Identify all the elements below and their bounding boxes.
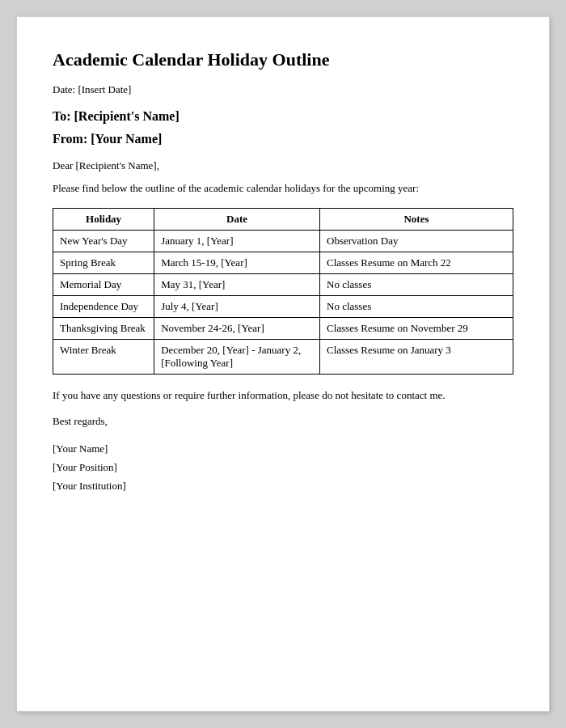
header-date: Date [154,209,320,231]
cell-holiday: Memorial Day [53,274,154,296]
cell-notes: No classes [320,274,513,296]
cell-date: November 24-26, [Year] [154,318,320,340]
cell-date: January 1, [Year] [154,231,320,252]
date-field: Date: [Insert Date] [53,83,513,96]
cell-notes: Classes Resume on November 29 [320,318,513,340]
table-header-row: Holiday Date Notes [53,209,513,231]
cell-holiday: Thanksgiving Break [53,318,154,340]
dear-line: Dear [Recipient's Name], [53,159,513,172]
cell-date: December 20, [Year] - January 2, [Follow… [154,340,320,375]
table-row: Memorial DayMay 31, [Year]No classes [53,274,513,296]
regards-text: Best regards, [53,415,513,428]
cell-date: May 31, [Year] [154,274,320,296]
to-field: To: [Recipient's Name] [53,109,513,124]
footer-paragraph: If you have any questions or require fur… [53,387,513,404]
signature-position: [Your Position] [53,458,513,476]
intro-paragraph: Please find below the outline of the aca… [53,182,513,195]
signature-name: [Your Name] [53,439,513,458]
cell-notes: Observation Day [320,231,513,252]
table-row: Spring BreakMarch 15-19, [Year]Classes R… [53,252,513,274]
document-page: Academic Calendar Holiday Outline Date: … [16,16,550,712]
signature-institution: [Your Institution] [53,476,513,495]
from-field: From: [Your Name] [53,132,513,146]
holidays-table: Holiday Date Notes New Year's DayJanuary… [53,208,513,375]
cell-notes: Classes Resume on January 3 [320,340,513,375]
table-row: Winter BreakDecember 20, [Year] - Januar… [53,340,513,375]
document-title: Academic Calendar Holiday Outline [53,49,513,70]
cell-date: July 4, [Year] [154,296,320,318]
cell-holiday: Independence Day [53,296,154,318]
cell-holiday: Winter Break [53,340,154,375]
cell-holiday: New Year's Day [53,231,154,252]
header-holiday: Holiday [53,209,154,231]
cell-date: March 15-19, [Year] [154,252,320,274]
table-row: New Year's DayJanuary 1, [Year]Observati… [53,231,513,252]
table-row: Independence DayJuly 4, [Year]No classes [53,296,513,318]
signature-block: [Your Name] [Your Position] [Your Instit… [53,439,513,496]
header-notes: Notes [320,209,513,231]
table-row: Thanksgiving BreakNovember 24-26, [Year]… [53,318,513,340]
cell-notes: No classes [320,296,513,318]
cell-holiday: Spring Break [53,252,154,274]
cell-notes: Classes Resume on March 22 [320,252,513,274]
